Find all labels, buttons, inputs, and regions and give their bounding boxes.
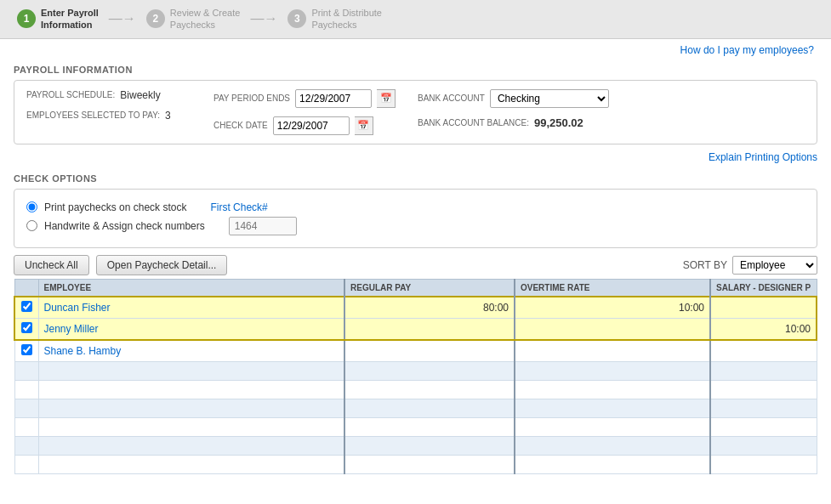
step-1-label: Enter PayrollInformation	[41, 7, 99, 31]
row-overtime-rate-cell	[515, 340, 710, 362]
step-1-circle: 1	[17, 9, 36, 28]
employee-link[interactable]: Duncan Fisher	[44, 302, 111, 314]
row-employee-cell	[38, 417, 344, 436]
payroll-schedule-label: PAYROLL SCHEDULE:	[26, 90, 115, 99]
row-checkbox[interactable]	[21, 344, 32, 355]
table-row	[14, 455, 817, 473]
row-salary-cell	[710, 417, 817, 436]
row-check-cell	[14, 380, 38, 399]
check-options-title: CHECK OPTIONS	[14, 173, 817, 184]
col-header-regular-pay: REGULAR PAY	[344, 279, 515, 297]
row-employee-cell	[38, 399, 344, 417]
sort-by-bar: SORT BY Employee	[683, 256, 817, 275]
row-check-cell	[14, 436, 38, 455]
wizard-bar: 1 Enter PayrollInformation —→ 2 Review &…	[0, 0, 831, 39]
main-content: PAYROLL INFORMATION PAYROLL SCHEDULE: Bi…	[0, 65, 831, 474]
payroll-schedule-value: Biweekly	[120, 89, 160, 101]
print-paychecks-row: Print paychecks on check stock First Che…	[26, 201, 805, 213]
pi-col-1: PAYROLL SCHEDULE: Biweekly EMPLOYEES SEL…	[26, 89, 213, 122]
row-check-cell	[14, 455, 38, 473]
first-check-link[interactable]: First Check#	[210, 201, 267, 213]
check-options-box: Print paychecks on check stock First Che…	[14, 189, 817, 248]
pay-period-input[interactable]	[295, 89, 372, 108]
step-2-label: Review & CreatePaychecks	[170, 7, 241, 31]
check-number-input[interactable]	[229, 217, 297, 235]
pi-col-2: PAY PERIOD ENDS 📅 CHECK DATE 📅	[213, 89, 401, 135]
payroll-info-title: PAYROLL INFORMATION	[14, 65, 817, 75]
check-date-row: CHECK DATE 📅	[213, 116, 401, 135]
employee-link[interactable]: Shane B. Hamby	[44, 345, 122, 357]
row-regular-pay-cell	[344, 318, 515, 340]
sort-by-select[interactable]: Employee	[732, 256, 817, 275]
check-date-label: CHECK DATE	[213, 121, 268, 130]
col-header-employee: EMPLOYEE	[38, 279, 344, 297]
row-checkbox[interactable]	[21, 322, 32, 333]
row-salary-cell: 10:00	[710, 318, 817, 340]
employees-selected-row: EMPLOYEES SELECTED TO PAY: 3	[26, 110, 213, 122]
explain-link-bar: Explain Printing Options	[14, 150, 817, 167]
print-paychecks-label: Print paychecks on check stock	[44, 201, 186, 213]
print-paychecks-radio[interactable]	[26, 201, 37, 212]
row-checkbox[interactable]	[21, 301, 32, 312]
pay-period-calendar-btn[interactable]: 📅	[377, 89, 396, 108]
col-header-salary: SALARY - DESIGNER P	[710, 279, 817, 297]
employee-link[interactable]: Jenny Miller	[44, 323, 99, 335]
bank-balance-row: BANK ACCOUNT BALANCE: 99,250.02	[418, 116, 805, 129]
payroll-schedule-row: PAYROLL SCHEDULE: Biweekly	[26, 89, 213, 101]
step-3-circle: 3	[287, 9, 306, 28]
row-regular-pay-cell	[344, 361, 515, 380]
bank-account-label: BANK ACCOUNT	[418, 93, 485, 103]
handwrite-row: Handwrite & Assign check numbers	[26, 217, 805, 235]
wizard-step-1[interactable]: 1 Enter PayrollInformation	[17, 7, 99, 31]
sort-by-label: SORT BY	[683, 259, 727, 271]
table-header-row: EMPLOYEE REGULAR PAY OVERTIME RATE SALAR…	[14, 279, 817, 297]
check-date-calendar-btn[interactable]: 📅	[355, 116, 373, 135]
pay-period-row: PAY PERIOD ENDS 📅	[213, 89, 401, 108]
bank-balance-value: 99,250.02	[534, 116, 583, 129]
employees-selected-label: EMPLOYEES SELECTED TO PAY:	[26, 110, 160, 120]
row-salary-cell	[710, 297, 817, 319]
check-date-input[interactable]	[273, 116, 350, 135]
handwrite-label: Handwrite & Assign check numbers	[44, 220, 205, 232]
row-salary-cell	[710, 436, 817, 455]
wizard-arrow-1: —→	[109, 11, 136, 26]
bank-account-select[interactable]: Checking	[490, 89, 609, 108]
row-check-cell	[14, 318, 38, 340]
row-employee-cell	[38, 455, 344, 473]
row-salary-cell	[710, 399, 817, 417]
wizard-step-3[interactable]: 3 Print & DistributePaychecks	[287, 7, 382, 31]
row-overtime-rate-cell: 10:00	[515, 297, 710, 319]
row-overtime-rate-cell	[515, 417, 710, 436]
row-employee-cell: Duncan Fisher	[38, 297, 344, 319]
row-salary-cell	[710, 361, 817, 380]
col-header-check	[14, 279, 38, 297]
row-overtime-rate-cell	[515, 399, 710, 417]
row-employee-cell: Shane B. Hamby	[38, 340, 344, 362]
row-regular-pay-cell	[344, 417, 515, 436]
explain-printing-link[interactable]: Explain Printing Options	[709, 151, 817, 163]
open-detail-button[interactable]: Open Paycheck Detail...	[96, 255, 228, 275]
row-regular-pay-cell	[344, 399, 515, 417]
row-salary-cell	[710, 455, 817, 473]
row-check-cell	[14, 417, 38, 436]
handwrite-radio[interactable]	[26, 220, 37, 231]
payroll-info-grid: PAYROLL SCHEDULE: Biweekly EMPLOYEES SEL…	[14, 80, 817, 144]
table-row	[14, 361, 817, 380]
row-overtime-rate-cell	[515, 318, 710, 340]
help-link-bar: How do I pay my employees?	[0, 39, 831, 58]
row-check-cell	[14, 399, 38, 417]
row-employee-cell	[38, 436, 344, 455]
row-employee-cell: Jenny Miller	[38, 318, 344, 340]
row-employee-cell	[38, 361, 344, 380]
uncheck-all-button[interactable]: Uncheck All	[14, 255, 89, 275]
pi-col-3: BANK ACCOUNT Checking BANK ACCOUNT BALAN…	[418, 89, 805, 129]
row-salary-cell	[710, 340, 817, 362]
wizard-step-2[interactable]: 2 Review & CreatePaychecks	[146, 7, 241, 31]
table-row: Shane B. Hamby	[14, 340, 817, 362]
table-row	[14, 436, 817, 455]
row-overtime-rate-cell	[515, 436, 710, 455]
row-regular-pay-cell	[344, 436, 515, 455]
row-regular-pay-cell	[344, 340, 515, 362]
table-row: Jenny Miller10:00	[14, 318, 817, 340]
help-link[interactable]: How do I pay my employees?	[680, 44, 814, 56]
